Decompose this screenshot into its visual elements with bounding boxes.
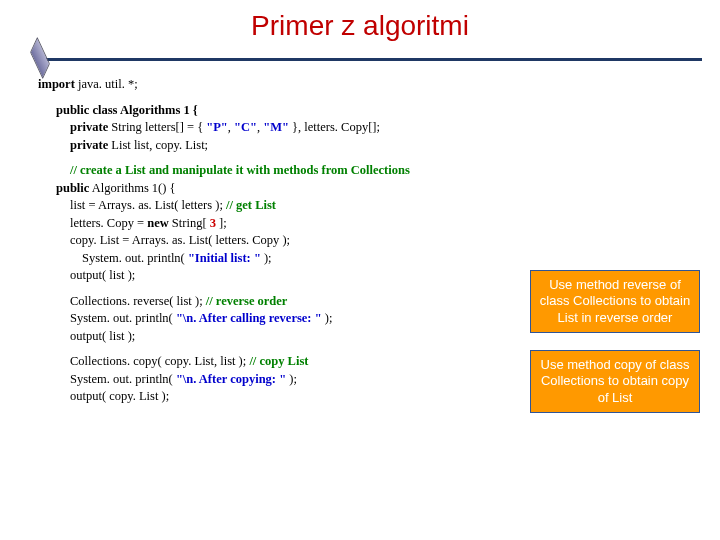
string-initial-list: "Initial list: " xyxy=(188,251,261,265)
letters-copy-b: String[ xyxy=(169,216,210,230)
import-statement: java. util. *; xyxy=(75,77,138,91)
slide-title: Primer z algoritmi xyxy=(0,0,720,42)
println-3a: System. out. println( xyxy=(70,372,176,386)
title-underline xyxy=(0,54,720,66)
field-list-decl: List list, copy. List; xyxy=(108,138,208,152)
string-after-reverse: "\n. After calling reverse: " xyxy=(176,311,322,325)
string-M: "M" xyxy=(263,120,289,134)
collections-copy: Collections. copy( copy. List, list ); xyxy=(70,354,249,368)
comment-copy-list: // copy List xyxy=(249,354,308,368)
keyword-private: private xyxy=(70,120,108,134)
field-letters-decl: String letters[] = { xyxy=(108,120,206,134)
string-after-copying: "\n. After copying: " xyxy=(176,372,286,386)
class-signature: public class Algorithms 1 { xyxy=(38,102,720,120)
collections-reverse: Collections. reverse( list ); xyxy=(70,294,206,308)
comment-reverse: // reverse order xyxy=(206,294,288,308)
println-1b: ); xyxy=(261,251,272,265)
comment-get-list: // get List xyxy=(226,198,276,212)
println-1a: System. out. println( xyxy=(82,251,188,265)
assign-copylist: copy. List = Arrays. as. List( letters. … xyxy=(38,232,720,250)
field-letters-tail: }, letters. Copy[]; xyxy=(289,120,380,134)
letters-copy-a: letters. Copy = xyxy=(70,216,147,230)
string-P: "P" xyxy=(206,120,228,134)
keyword-public: public xyxy=(56,181,89,195)
println-2a: System. out. println( xyxy=(70,311,176,325)
letters-copy-c: ]; xyxy=(216,216,227,230)
horizontal-rule xyxy=(40,58,702,61)
keyword-private-2: private xyxy=(70,138,108,152)
comment-create-list: // create a List and manipulate it with … xyxy=(38,162,720,180)
println-3b: ); xyxy=(286,372,297,386)
keyword-new: new xyxy=(147,216,169,230)
string-C: "C" xyxy=(234,120,257,134)
callout-reverse: Use method reverse of class Collections … xyxy=(530,270,700,333)
keyword-import: import xyxy=(38,77,75,91)
callout-copy: Use method copy of class Collections to … xyxy=(530,350,700,413)
println-2b: ); xyxy=(322,311,333,325)
assign-list: list = Arrays. as. List( letters ); xyxy=(70,198,226,212)
constructor-sig: Algorithms 1() { xyxy=(89,181,175,195)
